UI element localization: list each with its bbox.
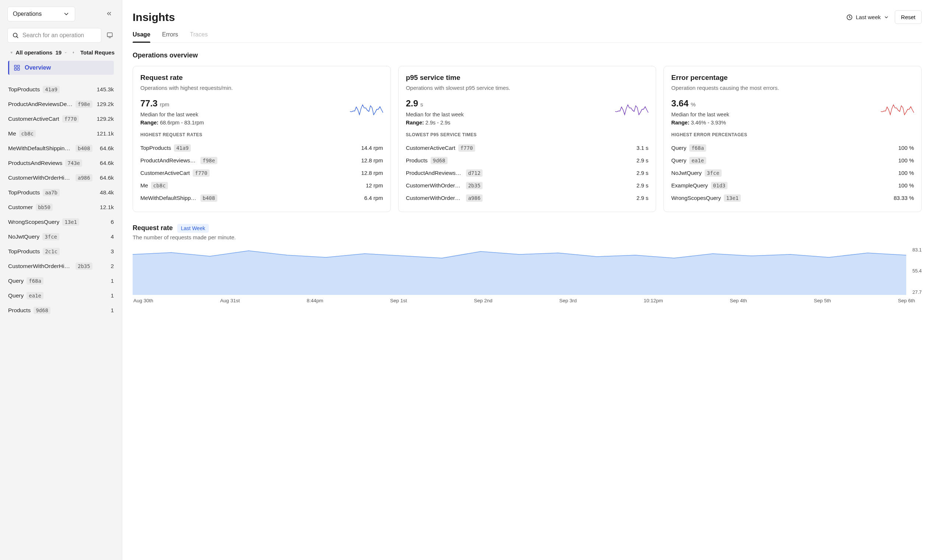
operation-value: 12.1k	[100, 204, 114, 211]
item-hash: d712	[466, 169, 483, 177]
metric-value: 2.9	[406, 98, 418, 109]
card-list-item[interactable]: WrongScopesQuery 13e1 83.33 %	[671, 192, 914, 204]
sidebar-operation-item[interactable]: Query ea1e 1	[8, 288, 114, 303]
operation-hash: 41a9	[43, 86, 60, 93]
svg-rect-11	[14, 68, 16, 70]
card-list-item[interactable]: ProductAndReviewsDef… f98e 12.8 rpm	[140, 154, 383, 167]
item-hash: f98e	[200, 157, 217, 164]
card-list-heading: HIGHEST REQUEST RATES	[140, 132, 383, 137]
sort-arrow-up-icon[interactable]	[72, 50, 74, 55]
range-label: Range:	[406, 120, 424, 126]
card-list-item[interactable]: Query f68a 100 %	[671, 142, 914, 154]
item-value: 3.1 s	[636, 145, 649, 151]
card-list-heading: HIGHEST ERROR PERCENTAGES	[671, 132, 914, 137]
chevron-down-icon[interactable]	[65, 50, 67, 55]
card-list-item[interactable]: TopProducts 41a9 14.4 rpm	[140, 142, 383, 154]
card-subtitle: Operations with highest requests/min.	[140, 84, 383, 92]
overview-label: Overview	[25, 65, 51, 71]
card-title: Error percentage	[671, 74, 914, 82]
card-list-heading: SLOWEST P95 SERVICE TIMES	[406, 132, 649, 137]
tab-errors[interactable]: Errors	[162, 27, 178, 42]
item-name: ProductAndReviewsDeferred	[406, 170, 463, 176]
item-name: CustomerWithOrderHistory	[406, 182, 463, 189]
sidebar: Operations All operations 19	[0, 0, 122, 560]
sidebar-operation-item[interactable]: TopProducts aa7b 48.4k	[8, 185, 114, 200]
operation-name: Query	[8, 292, 23, 299]
item-hash: a986	[466, 194, 483, 202]
sidebar-operation-item[interactable]: Query f68a 1	[8, 274, 114, 288]
median-label: Median for the last week	[406, 111, 611, 119]
card-list-item[interactable]: CustomerWithOrderHistory 2b35 2.9 s	[406, 179, 649, 192]
item-name: CustomerWithOrderHistory	[406, 195, 463, 201]
time-range-picker[interactable]: Last week	[846, 14, 889, 21]
card-list-item[interactable]: CustomerActiveCart f770 3.1 s	[406, 142, 649, 154]
operation-value: 1	[111, 278, 114, 284]
search-box[interactable]	[8, 28, 101, 43]
collapse-sidebar-button[interactable]	[103, 8, 115, 20]
card-list-item[interactable]: CustomerActiveCart f770 12.8 rpm	[140, 167, 383, 179]
sidebar-operation-item[interactable]: ProductAndReviewsDef… f98e 129.2k	[8, 97, 114, 112]
operation-name: TopProducts	[8, 86, 40, 93]
card-list-item[interactable]: CustomerWithOrderHistory a986 2.9 s	[406, 192, 649, 204]
operation-value: 129.2k	[97, 101, 114, 108]
metric-value: 3.64	[671, 98, 689, 109]
card-list-item[interactable]: ProductAndReviewsDeferred d712 2.9 s	[406, 167, 649, 179]
sidebar-operation-item[interactable]: WrongScopesQuery 13e1 6	[8, 215, 114, 229]
reset-button[interactable]: Reset	[895, 10, 922, 24]
range-value: 2.9s - 2.9s	[425, 120, 451, 126]
sidebar-operation-item[interactable]: CustomerWithOrderHistory 2b35 2	[8, 259, 114, 274]
range-label: Range:	[671, 120, 689, 126]
search-input[interactable]	[23, 32, 97, 38]
sidebar-operation-item[interactable]: Me cb8c 121.1k	[8, 126, 114, 141]
operations-list: Overview TopProducts 41a9 145.3k Product…	[0, 61, 122, 560]
item-value: 100 %	[898, 170, 914, 176]
tabs: UsageErrorsTraces	[132, 27, 922, 43]
sidebar-item-overview[interactable]: Overview	[8, 61, 114, 75]
operation-value: 64.6k	[100, 160, 114, 166]
operation-name: CustomerWithOrderHistory	[8, 263, 72, 269]
card-list-item[interactable]: NoJwtQuery 3fce 100 %	[671, 167, 914, 179]
svg-rect-9	[14, 65, 16, 67]
operations-selector[interactable]: Operations	[8, 7, 75, 22]
item-hash: f68a	[689, 144, 706, 152]
tab-usage[interactable]: Usage	[132, 27, 150, 42]
operation-name: Customer	[8, 204, 33, 211]
sidebar-operation-item[interactable]: CustomerWithOrderHist… a986 64.6k	[8, 171, 114, 185]
sidebar-panel-button[interactable]	[105, 30, 115, 41]
operations-selector-label: Operations	[13, 11, 42, 17]
item-value: 100 %	[898, 145, 914, 151]
card-list-item[interactable]: Query ea1e 100 %	[671, 154, 914, 167]
sidebar-operation-item[interactable]: NoJwtQuery 3fce 4	[8, 229, 114, 244]
collapse-icon	[106, 10, 112, 17]
chevron-down-icon	[884, 15, 889, 20]
request-rate-chart[interactable]	[132, 247, 906, 295]
svg-rect-2	[107, 33, 112, 37]
sort-column-label[interactable]: Total Reques	[80, 49, 115, 55]
sidebar-operation-item[interactable]: TopProducts 2c1c 3	[8, 244, 114, 259]
sidebar-operation-item[interactable]: Customer bb50 12.1k	[8, 200, 114, 215]
card-list-item[interactable]: Me cb8c 12 rpm	[140, 179, 383, 192]
page-title: Insights	[132, 11, 175, 23]
operation-name: Products	[8, 307, 31, 314]
sidebar-operation-item[interactable]: CustomerActiveCart f770 129.2k	[8, 112, 114, 126]
filter-icon[interactable]	[10, 50, 12, 55]
chart-title: Request rate	[132, 224, 173, 232]
chevron-down-icon	[63, 11, 69, 17]
operation-hash: ea1e	[26, 292, 43, 299]
x-tick: 8:44pm	[307, 298, 323, 303]
clock-icon	[846, 14, 853, 21]
sidebar-operation-item[interactable]: TopProducts 41a9 145.3k	[8, 82, 114, 97]
sidebar-operation-item[interactable]: ProductsAndReviews 743e 64.6k	[8, 156, 114, 171]
item-hash: b408	[200, 194, 217, 202]
card-list-item[interactable]: Products 9d68 2.9 s	[406, 154, 649, 167]
filter-count: 19	[55, 49, 62, 55]
operation-name: TopProducts	[8, 189, 40, 196]
sidebar-operation-item[interactable]: Products 9d68 1	[8, 303, 114, 318]
sidebar-operation-item[interactable]: MeWithDefaultShipping… b408 64.6k	[8, 141, 114, 156]
card-list-item[interactable]: MeWithDefaultShipping… b408 6.4 rpm	[140, 192, 383, 204]
item-hash: cb8c	[151, 182, 168, 189]
x-tick: Aug 30th	[133, 298, 153, 303]
card-list-item[interactable]: ExampleQuery 01d3 100 %	[671, 179, 914, 192]
range-value: 68.6rpm - 83.1rpm	[160, 120, 204, 126]
svg-rect-10	[18, 65, 20, 67]
